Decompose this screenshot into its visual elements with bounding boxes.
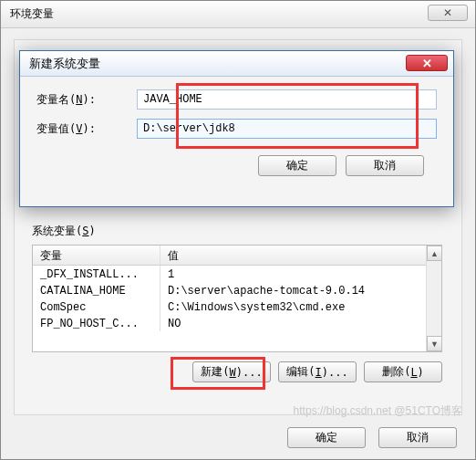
scroll-down-icon[interactable]: ▼ [427,336,442,351]
inner-titlebar: 新建系统变量 ✕ [20,51,453,77]
outer-cancel-button[interactable]: 取消 [378,427,457,448]
col-variable[interactable]: 变量 [33,246,160,265]
edit-button[interactable]: 编辑(I)... [278,361,357,382]
variable-name-label: 变量名(N): [36,92,137,108]
system-variables-group: 系统变量(S) 变量 值 _DFX_INSTALL...1 CATALINA_H… [32,224,442,397]
system-variables-list[interactable]: 变量 值 _DFX_INSTALL...1 CATALINA_HOMED:\se… [32,245,442,352]
watermark: https://blog.csdn.net @51CTO博客 [294,403,462,419]
inner-ok-button[interactable]: 确定 [258,155,336,176]
inner-buttons: 确定 取消 [36,148,437,176]
delete-button[interactable]: 删除(L) [364,361,442,382]
scrollbar[interactable]: ▲ ▼ [426,246,441,351]
outer-buttons: 确定 取消 [287,427,457,448]
env-vars-window: 环境变量 ✕ 系统变量(S) 变量 值 _DFX_INSTALL...1 CAT… [0,0,476,460]
variable-value-label: 变量值(V): [36,121,137,137]
close-icon: ✕ [443,6,452,19]
scroll-up-icon[interactable]: ▲ [427,246,442,261]
inner-title: 新建系统变量 [29,56,100,72]
outer-ok-button[interactable]: 确定 [287,427,366,448]
outer-close-button[interactable]: ✕ [428,5,468,21]
table-row[interactable]: ComSpecC:\Windows\system32\cmd.exe [33,298,441,315]
variable-value-row: 变量值(V): [36,119,437,139]
table-row[interactable]: FP_NO_HOST_C...NO [33,315,441,331]
table-row[interactable]: CATALINA_HOMED:\server\apache-tomcat-9.0… [33,282,441,298]
system-variables-buttons: 新建(W)... 编辑(I)... 删除(L) [32,361,442,382]
inner-close-button[interactable]: ✕ [406,55,448,71]
table-row[interactable]: _DFX_INSTALL...1 [33,266,441,282]
outer-title: 环境变量 [10,6,54,22]
close-icon: ✕ [422,57,432,70]
inner-cancel-button[interactable]: 取消 [346,155,424,176]
inner-body: 变量名(N): 变量值(V): 确定 取消 [20,77,453,185]
variable-name-input[interactable] [137,89,437,110]
system-variables-label: 系统变量(S) [32,224,442,239]
outer-titlebar: 环境变量 ✕ [1,1,475,28]
col-value[interactable]: 值 [160,246,441,265]
list-body: _DFX_INSTALL...1 CATALINA_HOMED:\server\… [33,266,441,331]
variable-value-input[interactable] [137,119,437,139]
variable-name-row: 变量名(N): [36,89,437,110]
list-header: 变量 值 [33,246,441,266]
new-system-variable-dialog: 新建系统变量 ✕ 变量名(N): 变量值(V): 确定 取消 [19,50,454,207]
new-button[interactable]: 新建(W)... [192,361,271,382]
